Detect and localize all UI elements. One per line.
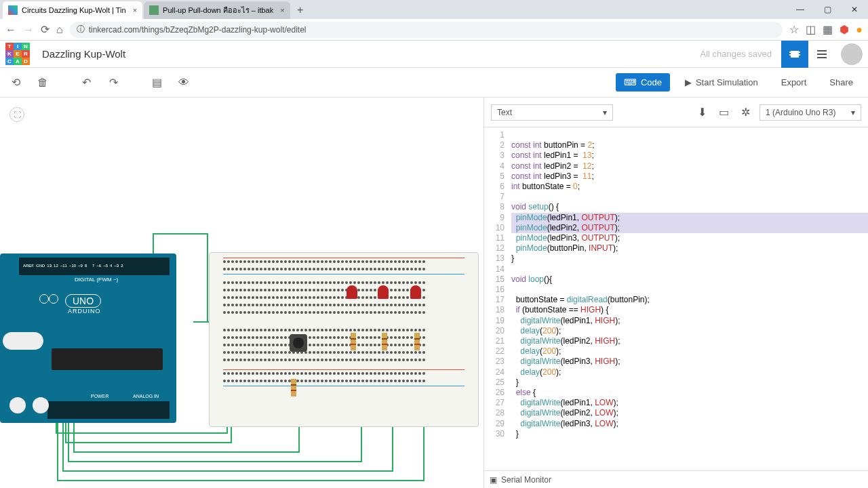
code-line[interactable]: 21 digitalWrite(ledPin2, HIGH);: [484, 336, 868, 346]
led-component[interactable]: [410, 285, 421, 299]
code-text[interactable]: digitalWrite(ledPin1, HIGH);: [511, 316, 868, 326]
code-line[interactable]: 9 pinMode(ledPin1, OUTPUT);: [484, 213, 868, 223]
wire[interactable]: [193, 321, 209, 323]
user-avatar[interactable]: [841, 43, 863, 65]
browser-tab-active[interactable]: Circuits Dazzling Kup-Wolt | Tin ×: [3, 1, 142, 19]
code-text[interactable]: if (buttonState == HIGH) {: [511, 305, 868, 315]
code-line[interactable]: 29 digitalWrite(ledPin3, LOW);: [484, 419, 868, 429]
code-line[interactable]: 3const int ledPin1 = 13;: [484, 150, 868, 161]
wire[interactable]: [392, 423, 393, 472]
export-button[interactable]: Export: [773, 73, 815, 92]
site-info-icon[interactable]: ⓘ: [77, 24, 85, 35]
bookmark-icon[interactable]: ☆: [789, 23, 799, 36]
code-button[interactable]: ⌨ Code: [616, 73, 670, 92]
code-text[interactable]: else {: [511, 388, 868, 398]
code-line[interactable]: 14: [484, 264, 868, 274]
code-line[interactable]: 1: [484, 130, 868, 140]
wire[interactable]: [65, 442, 231, 443]
code-text[interactable]: digitalWrite(ledPin1, LOW);: [511, 398, 868, 408]
wire[interactable]: [56, 432, 226, 434]
extension-icon[interactable]: ▦: [823, 23, 833, 36]
close-icon[interactable]: ×: [280, 6, 284, 14]
code-line[interactable]: 22 delay(200);: [484, 346, 868, 357]
power-analog-pins[interactable]: [47, 401, 170, 419]
code-line[interactable]: 16: [484, 285, 868, 295]
code-text[interactable]: }: [511, 429, 868, 439]
code-text[interactable]: [511, 285, 868, 295]
code-line[interactable]: 15void loop(){: [484, 274, 868, 285]
resistor-component[interactable]: [351, 333, 356, 350]
wire[interactable]: [73, 423, 75, 451]
wire[interactable]: [361, 423, 362, 462]
extension-icon[interactable]: ◫: [806, 23, 816, 36]
circuit-canvas[interactable]: ⛶ AREFGND1312~11~10~98 7~6~54~32 DIGITAL…: [0, 98, 484, 488]
code-line[interactable]: 7: [484, 192, 868, 202]
code-text[interactable]: }: [511, 253, 868, 264]
resistor-component[interactable]: [382, 333, 387, 350]
list-view-button[interactable]: [808, 41, 835, 68]
rotate-tool[interactable]: ⟲: [7, 74, 24, 92]
code-line[interactable]: 18 if (buttonState == HIGH) {: [484, 305, 868, 315]
code-line[interactable]: 10 pinMode(ledPin2, OUTPUT);: [484, 223, 868, 233]
code-text[interactable]: pinMode(buttonPin, INPUT);: [511, 243, 868, 253]
code-text[interactable]: const int ledPin2 = 12;: [511, 161, 868, 171]
wire[interactable]: [423, 423, 425, 481]
code-line[interactable]: 26 else {: [484, 388, 868, 398]
wire[interactable]: [56, 423, 57, 432]
code-text[interactable]: void setup() {: [511, 202, 868, 212]
code-text[interactable]: digitalWrite(ledPin2, HIGH);: [511, 336, 868, 346]
new-tab-button[interactable]: +: [292, 1, 309, 19]
wire[interactable]: [207, 233, 208, 321]
code-view-dropdown[interactable]: Text ▾: [491, 104, 613, 121]
visibility-tool[interactable]: 👁: [175, 74, 193, 92]
wire[interactable]: [62, 470, 392, 472]
code-line[interactable]: 6int buttonState = 0;: [484, 182, 868, 192]
code-text[interactable]: void loop(){: [511, 274, 868, 285]
code-line[interactable]: 8void setup() {: [484, 202, 868, 212]
code-text[interactable]: delay(200);: [511, 326, 868, 336]
debug-button[interactable]: ✲: [738, 103, 753, 121]
code-line[interactable]: 24 delay(200);: [484, 367, 868, 378]
extension-icon[interactable]: ●: [856, 24, 863, 36]
code-text[interactable]: [511, 264, 868, 274]
wire[interactable]: [62, 423, 64, 470]
forward-button[interactable]: →: [23, 24, 34, 36]
libraries-button[interactable]: ▭: [716, 103, 732, 121]
project-name[interactable]: Dazzling Kup-Wolt: [42, 48, 125, 60]
start-simulation-button[interactable]: ▶ Start Simulation: [677, 73, 766, 92]
reset-button[interactable]: [3, 332, 43, 350]
code-text[interactable]: const int ledPin3 = 11;: [511, 171, 868, 182]
resistor-component[interactable]: [414, 333, 420, 350]
code-text[interactable]: digitalWrite(ledPin3, HIGH);: [511, 357, 868, 367]
share-button[interactable]: Share: [821, 73, 861, 92]
code-line[interactable]: 23 digitalWrite(ledPin3, HIGH);: [484, 357, 868, 367]
code-text[interactable]: [511, 192, 868, 202]
browser-tab[interactable]: Pull-up Pull-down คืออะไร – itbak ×: [144, 1, 290, 19]
home-button[interactable]: ⌂: [56, 24, 63, 36]
wire[interactable]: [153, 233, 154, 253]
code-line[interactable]: 5const int ledPin3 = 11;: [484, 171, 868, 182]
code-text[interactable]: delay(200);: [511, 367, 868, 378]
resistor-component[interactable]: [291, 379, 296, 396]
code-line[interactable]: 17 buttonState = digitalRead(buttonPin);: [484, 295, 868, 305]
code-line[interactable]: 28 digitalWrite(ledPin2, LOW);: [484, 408, 868, 418]
back-button[interactable]: ←: [5, 24, 16, 36]
code-text[interactable]: int buttonState = 0;: [511, 182, 868, 192]
code-text[interactable]: }: [511, 378, 868, 388]
code-text[interactable]: const int buttonPin = 2;: [511, 140, 868, 150]
reload-button[interactable]: ⟳: [41, 23, 50, 36]
code-line[interactable]: 27 digitalWrite(ledPin1, LOW);: [484, 398, 868, 408]
code-text[interactable]: digitalWrite(ledPin2, LOW);: [511, 408, 868, 418]
zoom-fit-button[interactable]: ⛶: [9, 107, 24, 122]
code-text[interactable]: [511, 130, 868, 140]
code-text[interactable]: const int ledPin1 = 13;: [511, 150, 868, 161]
serial-monitor-toggle[interactable]: ▣ Serial Monitor: [484, 470, 868, 488]
wire[interactable]: [57, 423, 58, 480]
notes-tool[interactable]: ▤: [148, 74, 165, 92]
wire[interactable]: [68, 461, 361, 462]
redo-button[interactable]: ↷: [104, 74, 122, 92]
arduino-uno-component[interactable]: AREFGND1312~11~10~98 7~6~54~32 DIGITAL (…: [0, 253, 176, 423]
wire[interactable]: [57, 480, 423, 481]
code-line[interactable]: 30 }: [484, 429, 868, 439]
wire[interactable]: [65, 423, 66, 442]
